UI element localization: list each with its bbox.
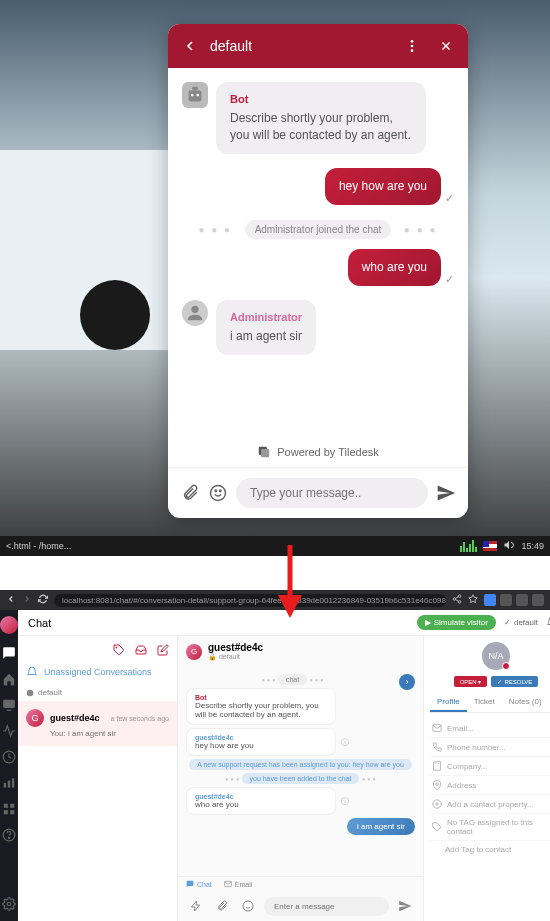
monitor-icon[interactable] <box>2 698 16 712</box>
compose-icon[interactable] <box>157 642 169 654</box>
message-text: hey how are you <box>195 741 327 750</box>
extension-icon[interactable] <box>484 594 496 606</box>
close-icon[interactable] <box>436 36 456 56</box>
apps-icon[interactable] <box>2 802 16 816</box>
email-field[interactable]: Email... <box>430 719 550 738</box>
dashboard: Chat ▶ Simulate visitor ✓ default Unass <box>0 610 550 921</box>
emoji-icon[interactable] <box>208 483 228 503</box>
canned-icon[interactable] <box>186 896 206 916</box>
svg-rect-23 <box>3 700 15 708</box>
status-dot <box>502 662 510 670</box>
message-row: hey how are you ✓ <box>182 168 454 205</box>
svg-rect-5 <box>189 90 202 101</box>
phone-field[interactable]: Phone number... <box>430 738 550 757</box>
guest-avatar: G <box>186 644 202 660</box>
info-icon[interactable]: ⓘ <box>341 737 349 748</box>
svg-rect-11 <box>261 449 269 457</box>
powered-text: Powered by Tiledesk <box>277 446 379 458</box>
tab-email[interactable]: Email <box>224 880 253 888</box>
flag-icon <box>483 541 497 551</box>
svg-rect-27 <box>8 781 10 788</box>
taskbar-tab[interactable]: <.html - /home... <box>6 541 71 551</box>
bookmark-icon[interactable] <box>468 594 478 606</box>
default-label: default <box>18 684 177 701</box>
project-selector[interactable]: ✓ default <box>504 618 538 627</box>
system-message-text: Administrator joined the chat <box>245 220 392 239</box>
back-icon[interactable] <box>180 36 200 56</box>
send-icon[interactable] <box>395 896 415 916</box>
conversation-item[interactable]: G guest#de4c a few seconds ago You: i am… <box>18 701 177 746</box>
scroll-button[interactable] <box>399 674 415 690</box>
user-message-bubble: who are you <box>348 249 441 286</box>
arrow-icon <box>270 540 310 620</box>
contact-avatar: N/A <box>482 642 510 670</box>
attach-icon[interactable] <box>180 483 200 503</box>
system-notice: A new support request has been assigned … <box>189 759 412 770</box>
svg-point-0 <box>411 40 414 43</box>
inbox-icon[interactable] <box>135 642 147 654</box>
admin-name-label: Administrator <box>230 310 302 325</box>
url-bar[interactable]: localhost:8081/chat/#/conversation-detai… <box>54 594 446 607</box>
unassigned-section[interactable]: Unassigned Conversations <box>18 660 177 684</box>
profile-tabs: Profile Ticket Notes (0) <box>430 693 550 713</box>
help-icon[interactable] <box>2 828 16 842</box>
menu-icon[interactable] <box>402 36 422 56</box>
send-icon[interactable] <box>436 483 456 503</box>
conversation-name: guest#de4c <box>50 713 105 723</box>
notification-icon[interactable] <box>546 616 550 630</box>
admin-message-text: i am agent sir <box>230 328 302 345</box>
info-icon[interactable]: ⓘ <box>341 796 349 807</box>
resolve-button[interactable]: ✓ RESOLVE <box>491 676 538 687</box>
chat-message-bubble: Bot Describe shortly your problem, you w… <box>186 688 336 725</box>
widget-header: default <box>168 24 468 68</box>
svg-rect-32 <box>10 810 14 814</box>
history-icon[interactable] <box>2 750 16 764</box>
user-avatar[interactable] <box>0 616 18 634</box>
company-field[interactable]: Company... <box>430 757 550 776</box>
tab-ticket[interactable]: Ticket <box>467 693 502 712</box>
user-message-bubble: hey how are you <box>325 168 441 205</box>
settings-icon[interactable] <box>2 897 16 911</box>
chat-icon[interactable] <box>2 646 16 660</box>
extension-icon[interactable] <box>516 594 528 606</box>
home-icon[interactable] <box>2 672 16 686</box>
tab-chat[interactable]: Chat <box>186 880 212 888</box>
extension-icon[interactable] <box>500 594 512 606</box>
svg-rect-41 <box>434 762 441 770</box>
volume-icon[interactable] <box>503 539 515 553</box>
extension-icon[interactable] <box>532 594 544 606</box>
message-input[interactable] <box>236 478 428 508</box>
agent-message-bubble: i am agent sir <box>347 818 415 835</box>
simulate-visitor-button[interactable]: ▶ Simulate visitor <box>417 615 496 630</box>
tab-profile[interactable]: Profile <box>430 693 467 712</box>
share-icon[interactable] <box>452 594 462 606</box>
open-badge[interactable]: OPEN ▾ <box>454 676 488 687</box>
tab-notes[interactable]: Notes (0) <box>502 693 549 712</box>
emoji-icon[interactable] <box>238 896 258 916</box>
nav-forward-icon[interactable] <box>22 594 32 606</box>
analytics-icon[interactable] <box>2 776 16 790</box>
chat-message-input[interactable] <box>264 897 389 916</box>
dots-decoration: ● ● ● <box>396 224 446 235</box>
address-field[interactable]: Address <box>430 776 550 795</box>
svg-point-34 <box>8 837 9 838</box>
refresh-icon[interactable] <box>38 594 48 606</box>
activity-icon[interactable] <box>2 724 16 738</box>
nav-back-icon[interactable] <box>6 594 16 606</box>
tag-icon[interactable] <box>113 642 125 654</box>
svg-point-2 <box>411 49 414 52</box>
svg-marker-22 <box>469 595 477 603</box>
add-tag-field[interactable]: Add Tag to contact ▾ <box>430 841 550 858</box>
conversations-column: Unassigned Conversations default G guest… <box>18 636 178 921</box>
add-property-field[interactable]: Add a contact property... <box>430 795 550 814</box>
tag-field: No TAG assigned to this contact <box>430 814 550 841</box>
svg-point-19 <box>458 601 461 604</box>
chat-input-bar <box>178 891 423 921</box>
status-badges: OPEN ▾ ✓ RESOLVE <box>430 676 550 687</box>
svg-point-1 <box>411 45 414 48</box>
sender-label: guest#de4c <box>195 734 327 741</box>
sender-label: guest#de4c <box>195 793 327 800</box>
attach-icon[interactable] <box>212 896 232 916</box>
message-text: who are you <box>195 800 327 809</box>
powered-by: Powered by Tiledesk <box>168 437 468 467</box>
